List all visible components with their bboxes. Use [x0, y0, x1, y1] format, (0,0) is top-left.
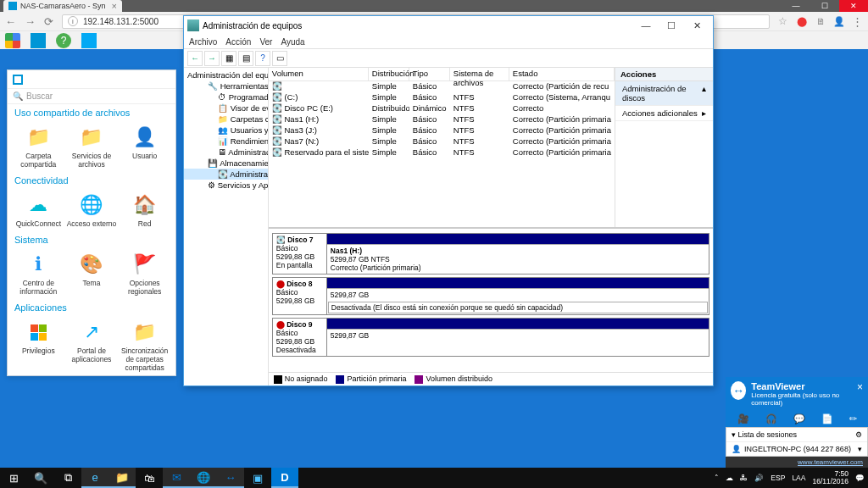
item-folder-sync[interactable]: 📁Sincronización de carpetas compartidas — [119, 319, 170, 372]
disk-9[interactable]: ⬤ Disco 9Básico5299,88 GBDesactivada 529… — [272, 318, 709, 357]
volume-row[interactable]: 💽 Disco PC (E:)DistribuidoDinámicoNTFSCo… — [269, 103, 615, 114]
bookmark-icon[interactable] — [31, 33, 46, 48]
taskbar-store[interactable]: 🛍 — [136, 468, 163, 488]
tray-clock[interactable]: 7:5016/11/2016 — [812, 470, 849, 486]
tree-tools[interactable]: 🔧 Herramientas del sistema — [184, 80, 268, 92]
ext-icon-2[interactable]: 🗎 — [815, 15, 826, 27]
chat-icon[interactable]: 💬 — [793, 413, 805, 424]
tb-fwd-icon[interactable]: → — [204, 51, 220, 66]
tv-close-icon[interactable]: × — [857, 381, 863, 407]
tab-close-icon[interactable]: × — [112, 1, 117, 11]
tray-cloud-icon[interactable]: ☁ — [726, 474, 733, 482]
tb-icon[interactable]: ▤ — [238, 51, 253, 66]
file-icon[interactable]: 📄 — [821, 413, 833, 424]
tb-icon[interactable]: ▦ — [221, 51, 236, 66]
taskbar-outlook[interactable]: ✉ — [163, 468, 190, 488]
board-icon[interactable]: ✏ — [849, 413, 857, 424]
apps-icon[interactable] — [5, 33, 20, 48]
bookmark-star-icon[interactable]: ☆ — [778, 15, 787, 27]
forward-button[interactable]: → — [25, 15, 36, 28]
tree-services[interactable]: ⚙ Servicios y Aplicaciones — [184, 180, 268, 191]
item-file-services[interactable]: 📁Servicios de archivos — [66, 125, 118, 169]
headset-icon[interactable]: 🎧 — [765, 413, 777, 424]
start-button[interactable]: ⊞ — [0, 468, 27, 488]
disk-8[interactable]: ⬤ Disco 8Básico5299,88 GB 5299,87 GBDesa… — [272, 277, 709, 315]
item-app-portal[interactable]: ↗Portal de aplicaciones — [66, 319, 118, 372]
volume-list[interactable]: 💽 SimpleBásicoCorrecto (Partición de rec… — [269, 81, 615, 158]
volume-row[interactable]: 💽 (C:)SimpleBásicoNTFSCorrecto (Sistema,… — [269, 92, 615, 103]
tv-header[interactable]: ↔ TeamViewerLicencia gratuita (solo uso … — [726, 377, 868, 411]
task-view-button[interactable]: ⧉ — [54, 468, 81, 488]
tree-shared-folders[interactable]: 📁 Carpetas compartidas — [184, 114, 268, 125]
tree-device-manager[interactable]: 🖥 Administrador de dispo — [184, 147, 268, 158]
item-external-access[interactable]: 🌐Acceso externo — [66, 192, 118, 228]
tree-users[interactable]: 👥 Usuarios y grupos locale — [184, 125, 268, 136]
tray-kb[interactable]: LAA — [792, 474, 805, 482]
tree-eventviewer[interactable]: 📋 Visor de eventos — [184, 103, 268, 114]
tree-scheduler[interactable]: ⏱ Programador de tareas — [184, 92, 268, 103]
win-close[interactable]: ✕ — [684, 20, 709, 31]
taskbar-edge[interactable]: e — [81, 468, 108, 488]
win-maximize[interactable]: ☐ — [659, 20, 684, 31]
tb-back-icon[interactable]: ← — [187, 51, 203, 66]
bookmark-icon-2[interactable] — [81, 33, 97, 48]
search-button[interactable]: 🔍 — [27, 468, 54, 488]
taskbar-chrome[interactable]: 🌐 — [190, 468, 217, 488]
win-minimize[interactable]: — — [633, 20, 659, 31]
item-info-center[interactable]: ℹCentro de información — [13, 252, 64, 296]
action-disk-admin[interactable]: Administración de discos▴ — [615, 81, 713, 106]
volume-row[interactable]: 💽 Nas7 (N:)SimpleBásicoNTFSCorrecto (Par… — [269, 136, 615, 147]
tv-session-header[interactable]: ▾ Lista de sesiones⚙ — [726, 428, 867, 442]
item-privileges[interactable]: Privilegios — [13, 319, 64, 372]
menu-ver[interactable]: Ver — [259, 37, 272, 47]
tb-icon[interactable]: ▭ — [272, 51, 287, 66]
taskbar-app-d[interactable]: D — [271, 468, 298, 488]
video-icon[interactable]: 🎥 — [737, 413, 749, 424]
close-button[interactable]: ✕ — [839, 0, 868, 12]
volume-row[interactable]: 💽 SimpleBásicoCorrecto (Partición de rec… — [269, 81, 615, 92]
tree-storage[interactable]: 💾 Almacenamiento — [184, 158, 268, 169]
tree-disk-management[interactable]: 💽 Administración de disco — [184, 169, 268, 180]
item-regional[interactable]: 🚩Opciones regionales — [119, 252, 170, 296]
tv-footer-link[interactable]: www.teamviewer.com — [726, 457, 868, 468]
volume-row[interactable]: 💽 Nas1 (H:)SimpleBásicoNTFSCorrecto (Par… — [269, 114, 615, 125]
reload-button[interactable]: ⟳ — [44, 15, 53, 28]
taskbar-explorer[interactable]: 📁 — [108, 468, 136, 488]
volume-row[interactable]: 💽 Nas3 (J:)SimpleBásicoNTFSCorrecto (Par… — [269, 125, 615, 136]
menu-archivo[interactable]: Archivo — [189, 37, 217, 47]
item-theme[interactable]: 🎨Tema — [66, 252, 118, 296]
back-button[interactable]: ← — [5, 15, 16, 28]
tray-network-icon[interactable]: 🖧 — [740, 474, 748, 482]
tray-chevron-icon[interactable]: ˄ — [715, 474, 719, 482]
tree-performance[interactable]: 📊 Rendimiento — [184, 136, 268, 147]
nav-tree[interactable]: Administración del equipo (loc 🔧 Herrami… — [184, 68, 269, 385]
action-additional[interactable]: Acciones adicionales▸ — [615, 106, 713, 121]
chrome-menu-icon[interactable]: ⋮ — [852, 15, 863, 28]
menu-ayuda[interactable]: Ayuda — [281, 37, 304, 47]
item-shared-folder[interactable]: 📁Carpeta compartida — [13, 125, 64, 169]
info-icon[interactable]: i — [68, 16, 78, 26]
avatar-icon[interactable]: 👤 — [833, 15, 845, 27]
item-network[interactable]: 🏠Red — [119, 192, 170, 228]
search-field[interactable]: 🔍 Buscar — [8, 89, 175, 104]
item-user[interactable]: 👤Usuario — [119, 125, 170, 169]
notifications-icon[interactable]: 💬 — [855, 474, 865, 482]
disk-7[interactable]: 💽 Disco 7Básico5299,88 GBEn pantalla Nas… — [272, 233, 709, 274]
tb-help-icon[interactable]: ? — [255, 51, 270, 66]
tray-volume-icon[interactable]: 🔊 — [754, 474, 764, 482]
gear-icon[interactable]: ⚙ — [855, 430, 862, 439]
taskbar-teamviewer[interactable]: ↔ — [217, 468, 244, 488]
tray-lang[interactable]: ESP — [771, 474, 785, 482]
help-icon[interactable]: ? — [56, 33, 71, 48]
maximize-button[interactable]: ☐ — [810, 0, 839, 12]
taskbar-app[interactable]: ▣ — [244, 468, 271, 488]
ext-icon[interactable]: ⬤ — [796, 15, 808, 27]
window-titlebar[interactable]: Administración de equipos — ☐ ✕ — [184, 16, 713, 35]
item-quickconnect[interactable]: ☁QuickConnect — [13, 192, 64, 228]
disk-layout-pane[interactable]: 💽 Disco 7Básico5299,88 GBEn pantalla Nas… — [269, 227, 713, 372]
volume-row[interactable]: 💽 Reservado para el sistema (G:)SimpleBá… — [269, 147, 615, 158]
menu-accion[interactable]: Acción — [225, 37, 251, 47]
browser-tab[interactable]: NAS-CamarasAero - Syn × — [3, 0, 122, 12]
tv-session-item[interactable]: 👤INGELTRON-PC (944 227 868)▾ — [726, 442, 867, 456]
minimize-button[interactable]: — — [782, 0, 810, 12]
